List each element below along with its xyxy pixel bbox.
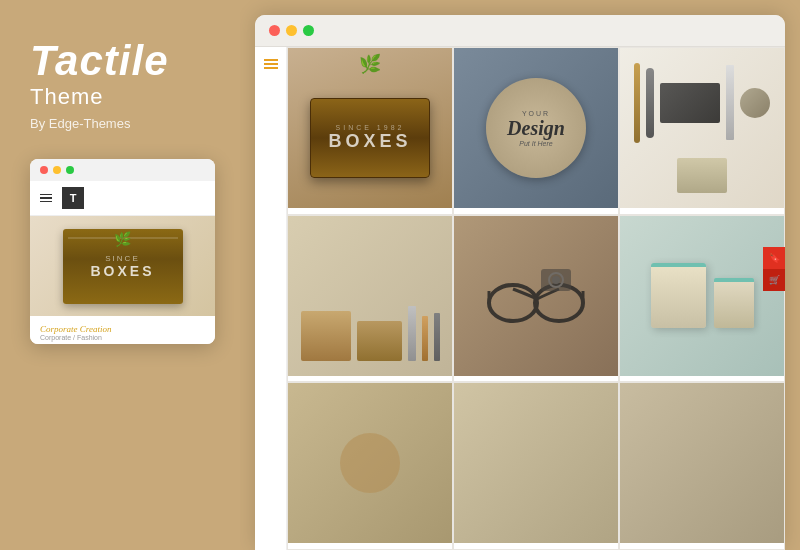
brand-subtitle: Theme	[30, 84, 103, 110]
grid-item-8[interactable]	[453, 382, 619, 550]
stationery-pen3	[434, 313, 440, 361]
grid-item-3[interactable]: Designing Mr. Daisy App Design / Corpora…	[619, 47, 785, 215]
dot-yellow	[286, 25, 297, 36]
mini-box-text: BOXES	[90, 263, 154, 279]
grid-image-4	[288, 216, 452, 376]
mini-caption-sub: Corporate / Fashion	[40, 334, 205, 341]
grid-item-6[interactable]: Developing The Grid Corporate / Fashion …	[619, 215, 785, 383]
tool-pencil	[634, 63, 640, 143]
grid-caption-3: Designing Mr. Daisy App Design / Corpora…	[620, 208, 784, 215]
svg-point-7	[552, 276, 560, 284]
tool-book	[677, 158, 727, 193]
mini-box-label: SINCE	[105, 254, 139, 263]
stamp-your: YOUR	[522, 110, 550, 117]
mini-browser-bar	[30, 159, 215, 181]
wooden-crate: SINCE 1982 BOXES	[310, 98, 430, 178]
grid-caption-6: Developing The Grid Corporate / Fashion …	[620, 376, 784, 383]
grid-caption-8	[454, 543, 618, 550]
stamp-design: Design	[507, 117, 565, 140]
crate-text: BOXES	[328, 131, 411, 152]
stationery-pen2	[422, 316, 428, 361]
crate-label: SINCE 1982	[336, 124, 405, 131]
grid-item-1[interactable]: SINCE 1982 BOXES Corporate Creation Corp…	[287, 47, 453, 215]
tool-circle	[740, 88, 770, 118]
mini-nav: T	[30, 181, 215, 216]
grid-caption-2: HalTex Logo Mock-Ups Corporate / Fashion…	[454, 208, 618, 215]
grid-image-1: SINCE 1982 BOXES	[288, 48, 452, 208]
grid-item-2[interactable]: YOUR Design Put It Here HalTex Logo Mock…	[453, 47, 619, 215]
mini-hamburger-icon[interactable]	[40, 194, 52, 203]
left-panel: Tactile Theme By Edge-Themes T 🌿 SINCE B…	[0, 0, 240, 550]
dot-red	[269, 25, 280, 36]
tool-ruler	[726, 65, 734, 140]
portfolio-grid: SINCE 1982 BOXES Corporate Creation Corp…	[287, 47, 785, 550]
grid-item-9[interactable]	[619, 382, 785, 550]
mini-browser-content: T 🌿 SINCE BOXES Corporate Creation Corpo…	[30, 181, 215, 344]
brand-author: By Edge-Themes	[30, 116, 130, 131]
glasses-svg	[481, 261, 591, 331]
stationery-box1	[301, 311, 351, 361]
main-grid-area: SINCE 1982 BOXES Corporate Creation Corp…	[287, 47, 785, 550]
stationery-box2	[357, 321, 402, 361]
tool-wallet	[660, 83, 720, 123]
mini-browser: T 🌿 SINCE BOXES Corporate Creation Corpo…	[30, 159, 215, 344]
grid-image-6	[620, 216, 784, 376]
dot-green	[303, 25, 314, 36]
round-stamp: YOUR Design Put It Here	[486, 78, 586, 178]
grid-caption-9	[620, 543, 784, 550]
main-browser-content: SINCE 1982 BOXES Corporate Creation Corp…	[255, 47, 785, 550]
mini-dot-yellow	[53, 166, 61, 174]
sidebar-hamburger-icon[interactable]	[264, 59, 278, 69]
stamp-put: Put It Here	[519, 140, 552, 147]
cart-icon[interactable]: 🔖	[763, 247, 785, 269]
mini-dot-red	[40, 166, 48, 174]
package-small	[714, 278, 754, 328]
main-browser: SINCE 1982 BOXES Corporate Creation Corp…	[255, 15, 785, 550]
grid-caption-1: Corporate Creation Corporate / Fashion ›	[288, 208, 452, 215]
grid-image-5	[454, 216, 618, 376]
cart-count: 🛒	[763, 269, 785, 291]
mini-caption: Corporate Creation Corporate / Fashion	[30, 316, 215, 344]
grid-image-3	[620, 48, 784, 208]
grid-caption-5: Art In Design Fashion / UI Design ›	[454, 376, 618, 383]
grid-item-4[interactable]: Creating With Copy App Design / Corporat…	[287, 215, 453, 383]
cart-badge[interactable]: 🔖 🛒	[763, 247, 785, 291]
mini-image-area: 🌿 SINCE BOXES	[30, 216, 215, 316]
grid-item-5[interactable]: Art In Design Fashion / UI Design ›	[453, 215, 619, 383]
mini-plant-icon: 🌿	[114, 231, 131, 248]
mini-wooden-box: 🌿 SINCE BOXES	[63, 229, 183, 304]
grid-item-7[interactable]	[287, 382, 453, 550]
package-main	[651, 263, 706, 328]
mini-logo: T	[62, 187, 84, 209]
main-sidebar	[255, 47, 287, 550]
teal-box-group	[651, 263, 754, 328]
mini-dot-green	[66, 166, 74, 174]
grid-image-2: YOUR Design Put It Here	[454, 48, 618, 208]
grid-caption-4: Creating With Copy App Design / Corporat…	[288, 376, 452, 383]
brand-title: Tactile	[30, 40, 169, 82]
tool-pen	[646, 68, 654, 138]
grid-image-8	[454, 383, 618, 543]
grid-image-9	[620, 383, 784, 543]
stationery-pen1	[408, 306, 416, 361]
grid-caption-7	[288, 543, 452, 550]
grid-image-7	[288, 383, 452, 543]
bottom-orb	[340, 433, 400, 493]
main-browser-bar	[255, 15, 785, 47]
mini-caption-title: Corporate Creation	[40, 324, 205, 334]
